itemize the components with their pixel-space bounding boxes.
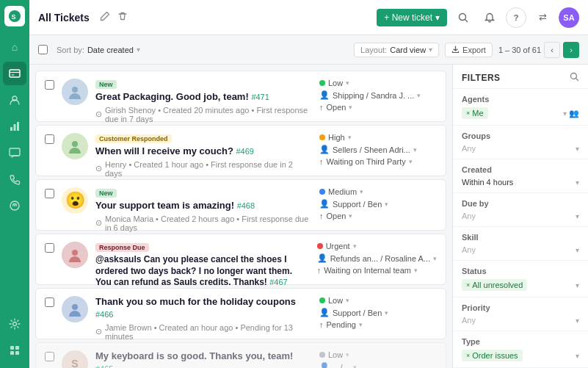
status-icon-4: ↑ xyxy=(317,266,322,275)
ticket-subject-2: When will I receive my couch? #469 xyxy=(95,145,312,158)
assignee-chevron-6[interactable]: ▾ xyxy=(353,364,357,369)
filters-search-icon[interactable] xyxy=(570,72,579,84)
sort-chevron-icon: ▾ xyxy=(137,46,140,54)
status-chevron-4[interactable]: ▾ xyxy=(414,267,418,274)
nav-grid[interactable] xyxy=(3,339,26,362)
search-icon[interactable] xyxy=(453,7,473,28)
nav-tickets[interactable] xyxy=(3,62,26,85)
filter-tag-all-unresolved[interactable]: × All unresolved xyxy=(462,279,527,291)
notification-icon[interactable] xyxy=(479,7,500,28)
status-chevron-1[interactable]: ▾ xyxy=(349,104,352,111)
ticket-checkbox-5[interactable] xyxy=(45,297,54,307)
filter-created-value: Within 4 hours ▾ xyxy=(462,178,579,187)
filter-tag-order-issues[interactable]: × Order issues xyxy=(462,350,523,361)
agents-chevron-icon[interactable]: ▾ xyxy=(563,109,567,118)
status-chevron-2[interactable]: ▾ xyxy=(409,158,413,165)
groups-chevron-icon[interactable]: ▾ xyxy=(576,145,579,153)
prev-page-button[interactable]: ‹ xyxy=(544,42,560,58)
status-chevron-3[interactable]: ▾ xyxy=(349,212,352,220)
ticket-right-1: Low ▾ 👤 Shipping / Sandra J. ... ▾ ↑ Ope… xyxy=(319,79,437,112)
ticket-priority-5: Low ▾ xyxy=(319,296,349,305)
created-chevron-icon[interactable]: ▾ xyxy=(576,178,579,187)
ticket-checkbox-3[interactable] xyxy=(45,189,54,198)
priority-chevron-5[interactable]: ▾ xyxy=(346,297,349,304)
export-button[interactable]: Export xyxy=(445,43,493,57)
table-row[interactable]: 😮 New Your support team is amazing! #468… xyxy=(35,179,446,231)
topbar-right: + New ticket ▾ ? ⇄ SA xyxy=(377,7,579,28)
help-icon[interactable]: ? xyxy=(506,7,526,28)
nav-settings[interactable] xyxy=(3,312,26,336)
assignee-icon-6: 👤 xyxy=(319,362,330,368)
nav-messages[interactable] xyxy=(3,141,26,165)
priority-chevron-3[interactable]: ▾ xyxy=(360,188,363,195)
filter-tag-close-me[interactable]: × xyxy=(466,109,470,117)
skill-chevron-icon[interactable]: ▾ xyxy=(576,246,579,254)
subtoolbar: Sort by: Date created ▾ Layout: Card vie… xyxy=(29,35,588,65)
svg-text:S: S xyxy=(12,13,16,21)
trash-icon[interactable] xyxy=(117,11,128,24)
edit-icon[interactable] xyxy=(100,11,110,24)
next-page-button[interactable]: › xyxy=(563,42,579,58)
ticket-badge-3: New xyxy=(95,189,117,198)
ticket-priority-2: High ▾ xyxy=(319,133,352,142)
app-logo[interactable]: S xyxy=(4,6,25,26)
table-row[interactable]: S My keyboard is so good. Thanks you, te… xyxy=(35,342,446,368)
nav-reports[interactable] xyxy=(3,115,26,138)
new-ticket-button[interactable]: + New ticket ▾ xyxy=(377,9,447,26)
priority-chevron-icon[interactable]: ▾ xyxy=(576,317,579,325)
priority-chevron-2[interactable]: ▾ xyxy=(348,134,352,141)
priority-label-3: Medium xyxy=(328,187,357,196)
status-chevron-5[interactable]: ▾ xyxy=(359,321,363,328)
priority-chevron-4[interactable]: ▾ xyxy=(353,242,357,250)
priority-chevron-1[interactable]: ▾ xyxy=(346,79,349,87)
ticket-list: New Great Packaging. Good job, team! #47… xyxy=(29,65,452,368)
ticket-meta-icon-5: ⊙ xyxy=(95,327,102,336)
status-icon-3: ↑ xyxy=(319,212,324,220)
ticket-avatar-6: S xyxy=(62,350,88,368)
priority-chevron-6[interactable]: ▾ xyxy=(346,351,349,358)
user-avatar[interactable]: SA xyxy=(559,7,579,28)
filter-skill[interactable]: Skill Any ▾ xyxy=(453,226,588,260)
filter-tag-close-type[interactable]: × xyxy=(466,352,470,359)
agents-group-icon[interactable]: 👥 xyxy=(569,109,579,118)
type-chevron-icon[interactable]: ▾ xyxy=(576,352,579,360)
assignee-chevron-2[interactable]: ▾ xyxy=(413,146,417,154)
assignee-chevron-1[interactable]: ▾ xyxy=(417,92,421,99)
table-row[interactable]: Thank you so much for the holiday coupon… xyxy=(35,288,446,339)
due-chevron-icon[interactable]: ▾ xyxy=(576,212,579,220)
filter-due-by[interactable]: Due by Any ▾ xyxy=(453,192,588,226)
filter-tag-close-status[interactable]: × xyxy=(466,281,470,289)
ticket-checkbox-2[interactable] xyxy=(45,134,54,144)
nav-home[interactable]: ⌂ xyxy=(3,35,26,59)
filter-priority[interactable]: Priority Any ▾ xyxy=(453,297,588,331)
ticket-checkbox-1[interactable] xyxy=(45,80,54,90)
user-switch-icon[interactable]: ⇄ xyxy=(532,7,553,28)
new-ticket-label: + New ticket xyxy=(384,12,432,23)
table-row[interactable]: New Great Packaging. Good job, team! #47… xyxy=(35,71,446,122)
svg-point-21 xyxy=(72,250,78,256)
ticket-subject-3: Your support team is amazing! #468 xyxy=(95,200,312,212)
content-area: New Great Packaging. Good job, team! #47… xyxy=(29,65,588,368)
table-row[interactable]: Response Due @asksauls Can you please ca… xyxy=(35,234,446,285)
status-chevron-icon[interactable]: ▾ xyxy=(576,281,579,289)
filter-groups[interactable]: Groups Any ▾ xyxy=(453,125,588,159)
assignee-chevron-4[interactable]: ▾ xyxy=(433,255,437,262)
filter-tag-label-type: Order issues xyxy=(472,351,518,360)
ticket-assignee-5: 👤 Support / Ben ▾ xyxy=(319,308,388,317)
filter-priority-value: Any ▾ xyxy=(462,316,579,325)
filter-tag-me[interactable]: × Me xyxy=(462,107,488,119)
nav-phone[interactable] xyxy=(3,167,26,191)
nav-campaigns[interactable] xyxy=(3,194,26,217)
ticket-assignee-1: 👤 Shipping / Sandra J. ... ▾ xyxy=(319,90,421,100)
table-row[interactable]: Customer Responded When will I receive m… xyxy=(35,125,446,176)
layout-button[interactable]: Layout: Card view ▾ xyxy=(354,43,439,57)
ticket-checkbox-6[interactable] xyxy=(45,352,54,361)
filter-created[interactable]: Created Within 4 hours ▾ xyxy=(453,159,588,192)
topbar: All Tickets + New ticket ▾ ? ⇄ xyxy=(29,0,588,35)
assignee-chevron-5[interactable]: ▾ xyxy=(385,309,388,317)
select-all-checkbox[interactable] xyxy=(38,45,48,54)
nav-contacts[interactable] xyxy=(3,88,26,112)
assignee-chevron-3[interactable]: ▾ xyxy=(385,201,388,208)
ticket-checkbox-4[interactable] xyxy=(45,243,54,253)
sort-button[interactable]: Sort by: Date created ▾ xyxy=(57,46,140,54)
